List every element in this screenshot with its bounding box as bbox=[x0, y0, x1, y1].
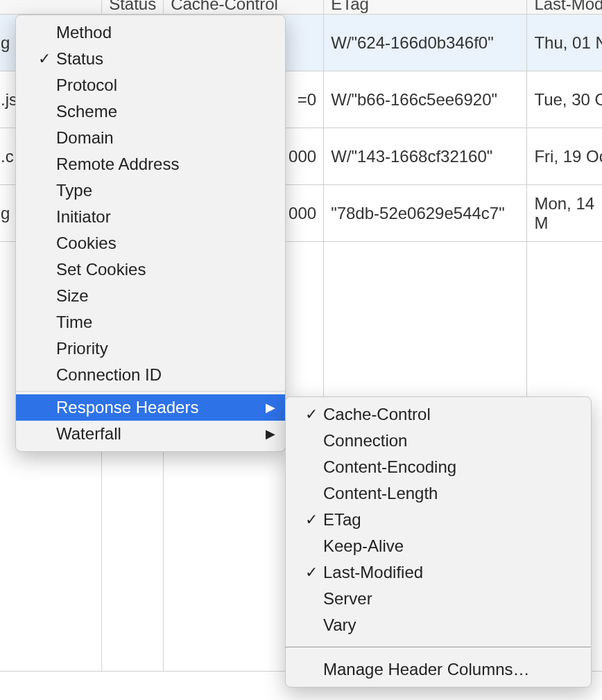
menu-item-label: Cookies bbox=[56, 234, 117, 253]
menu-item-time[interactable]: Time bbox=[16, 309, 285, 335]
menu-item-label: Initiator bbox=[56, 207, 111, 227]
menu-item-connection-id[interactable]: Connection ID bbox=[16, 362, 285, 388]
cell-etag: "78db-52e0629e544c7" bbox=[324, 185, 527, 242]
menu-item-initiator[interactable]: Initiator bbox=[16, 204, 285, 230]
menu-item-label: Priority bbox=[56, 339, 108, 358]
check-icon: ✓ bbox=[37, 50, 52, 68]
menu-item-etag[interactable]: ✓ETag bbox=[286, 507, 591, 533]
cell-last: Mon, 14 M bbox=[527, 185, 602, 242]
check-icon: ✓ bbox=[304, 563, 319, 581]
cell-etag: W/"624-166d0b346f0" bbox=[324, 15, 527, 71]
menu-item-label: Status bbox=[56, 49, 103, 69]
menu-item-status[interactable]: ✓Status bbox=[16, 46, 285, 72]
col-cache-header[interactable]: Cache-Control bbox=[164, 0, 324, 15]
menu-item-remote-address[interactable]: Remote Address bbox=[16, 151, 285, 177]
submenu-arrow-icon: ▶ bbox=[266, 426, 275, 441]
menu-item-label: Connection ID bbox=[56, 365, 162, 385]
check-icon: ✓ bbox=[304, 405, 319, 423]
menu-item-protocol[interactable]: Protocol bbox=[16, 72, 285, 98]
submenu-separator bbox=[286, 647, 591, 648]
column-context-menu: Method✓StatusProtocolSchemeDomainRemote … bbox=[15, 15, 286, 452]
menu-item-label: Last-Modified bbox=[323, 563, 423, 582]
menu-item-vary[interactable]: Vary bbox=[286, 612, 591, 638]
col-name-header[interactable] bbox=[0, 0, 102, 15]
cell-etag: W/"143-1668cf32160" bbox=[324, 128, 527, 185]
menu-separator bbox=[16, 391, 285, 392]
menu-item-label: Scheme bbox=[56, 102, 117, 121]
menu-item-label: Protocol bbox=[56, 76, 117, 95]
menu-item-label: Waterfall bbox=[56, 424, 121, 444]
menu-item-label: Content-Length bbox=[323, 484, 438, 503]
menu-item-label: Keep-Alive bbox=[323, 536, 404, 556]
menu-item-label: Type bbox=[56, 181, 92, 200]
manage-header-columns-label: Manage Header Columns… bbox=[323, 660, 529, 679]
menu-item-domain[interactable]: Domain bbox=[16, 125, 285, 151]
menu-item-waterfall[interactable]: Waterfall▶ bbox=[16, 421, 285, 447]
menu-item-label: Method bbox=[56, 23, 112, 42]
menu-item-last-modified[interactable]: ✓Last-Modified bbox=[286, 559, 591, 586]
menu-item-content-length[interactable]: Content-Length bbox=[286, 480, 591, 507]
menu-item-label: Size bbox=[56, 286, 89, 306]
menu-item-scheme[interactable]: Scheme bbox=[16, 98, 285, 125]
cell-last: Tue, 30 O bbox=[527, 71, 602, 128]
cell-last: Thu, 01 N bbox=[527, 15, 602, 71]
menu-item-label: Set Cookies bbox=[56, 260, 146, 279]
menu-item-label: Response Headers bbox=[56, 398, 198, 417]
menu-item-priority[interactable]: Priority bbox=[16, 335, 285, 362]
menu-item-label: Connection bbox=[323, 431, 407, 450]
manage-header-columns-item[interactable]: Manage Header Columns… bbox=[286, 656, 591, 683]
menu-item-type[interactable]: Type bbox=[16, 177, 285, 204]
response-headers-submenu: ✓Cache-ControlConnectionContent-Encoding… bbox=[285, 396, 592, 688]
col-last-header[interactable]: Last-Mod bbox=[527, 0, 602, 15]
menu-item-method[interactable]: Method bbox=[16, 19, 285, 46]
cell-last: Fri, 19 Oc bbox=[527, 128, 602, 185]
menu-item-size[interactable]: Size bbox=[16, 283, 285, 309]
menu-item-cookies[interactable]: Cookies bbox=[16, 230, 285, 256]
menu-item-label: Domain bbox=[56, 128, 114, 148]
col-status-header[interactable]: Status bbox=[102, 0, 164, 15]
menu-item-cache-control[interactable]: ✓Cache-Control bbox=[286, 401, 591, 428]
menu-item-response-headers[interactable]: Response Headers▶ bbox=[16, 394, 285, 421]
menu-item-set-cookies[interactable]: Set Cookies bbox=[16, 256, 285, 283]
menu-item-label: Server bbox=[323, 589, 372, 609]
col-etag-header[interactable]: ETag bbox=[324, 0, 527, 15]
menu-item-label: Cache-Control bbox=[323, 405, 431, 424]
menu-item-label: ETag bbox=[323, 510, 361, 530]
menu-item-content-encoding[interactable]: Content-Encoding bbox=[286, 454, 591, 480]
cell-etag: W/"b66-166c5ee6920" bbox=[324, 71, 527, 128]
menu-item-label: Vary bbox=[323, 615, 356, 635]
submenu-arrow-icon: ▶ bbox=[266, 400, 275, 415]
menu-item-connection[interactable]: Connection bbox=[286, 428, 591, 454]
menu-item-keep-alive[interactable]: Keep-Alive bbox=[286, 533, 591, 559]
menu-item-label: Content-Encoding bbox=[323, 457, 456, 477]
menu-item-server[interactable]: Server bbox=[286, 586, 591, 612]
check-icon: ✓ bbox=[304, 511, 319, 529]
menu-item-label: Time bbox=[56, 313, 92, 332]
table-header-row: Status Cache-Control ETag Last-Mod bbox=[0, 0, 602, 15]
menu-item-label: Remote Address bbox=[56, 155, 179, 174]
